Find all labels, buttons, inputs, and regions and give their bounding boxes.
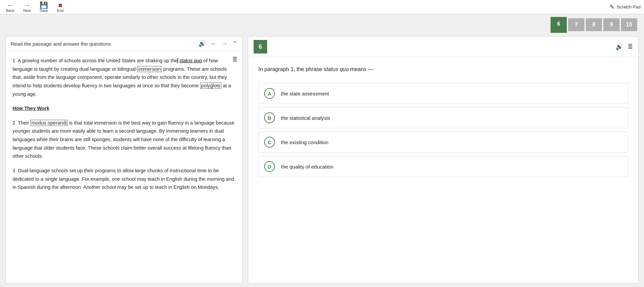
save-icon: 💾 [40,2,48,8]
toolbar-left: ← Back → Next 💾 Save ■ End [3,1,66,13]
passage-body: ≣ 1 A growing number of schools across t… [6,51,242,283]
paragraph-2: 2 Their modus operandi is that total imm… [13,119,235,160]
next-arrow-icon[interactable]: → [221,40,228,47]
q-tab-wrapper-10: 10 [621,18,637,33]
q-tab-indicator-7 [568,31,584,33]
q-tab-wrapper-9: 9 [603,18,620,33]
end-button[interactable]: ■ End [54,1,66,13]
passage-text: 1 A growing number of schools across the… [13,57,235,192]
next-icon: → [24,2,30,8]
q-tab-wrapper-6: 6 [551,17,567,33]
q-tab-10[interactable]: 10 [621,18,637,31]
question-nav: 6 7 8 9 10 [0,14,644,33]
prev-arrow-icon[interactable]: ← [211,40,217,47]
q-tab-8[interactable]: 8 [586,18,602,31]
option-text-d: the quality of education [281,164,333,170]
section-heading-how-they-work: How They Work [13,104,235,113]
passage-menu-icon[interactable]: ≣ [232,54,237,65]
immersion-highlight: immersion [137,66,162,72]
scratch-pad-label: Scratch Pad [617,4,641,9]
toolbar: ← Back → Next 💾 Save ■ End ✎ Scratch Pad [0,0,644,14]
q-tab-wrapper-8: 8 [586,18,602,33]
q-tab-indicator-9 [603,31,620,33]
q-tab-7[interactable]: 7 [568,18,584,31]
modus-operandi-highlight: modus operandi [30,120,68,126]
q-tab-wrapper-7: 7 [568,18,584,33]
option-text-b: the statistical analysis [281,115,330,121]
save-label: Save [40,8,48,13]
status-quo-highlight: status quo [179,58,202,63]
section-heading-label: How They Work [13,104,235,113]
back-button[interactable]: ← Back [3,1,17,13]
scratch-pad-button[interactable]: ✎ Scratch Pad [609,3,641,11]
question-panel: 6 🔊 ≣ In paragraph 1, the phrase status … [248,36,639,284]
question-number-badge: 6 [254,40,267,53]
polyglots-highlight: polyglots [200,83,221,89]
answer-option-a[interactable]: A the state assessment [258,83,628,104]
answer-option-d[interactable]: D the quality of education [258,156,628,177]
q-tab-indicator-8 [586,31,602,33]
q-tab-indicator-6 [551,31,567,33]
end-label: End [57,8,64,13]
passage-header: Read the passage and answer the question… [6,37,242,51]
option-text-c: the existing condition [281,139,328,145]
back-label: Back [6,8,14,13]
option-circle-a: A [264,88,275,99]
pencil-icon: ✎ [609,3,615,11]
main-content: Read the passage and answer the question… [0,33,644,287]
passage-controls: 🔊 ← → ⌃ [198,40,237,47]
answer-option-b[interactable]: B the statistical analysis [258,107,628,128]
back-icon: ← [7,2,14,8]
q-tab-indicator-10 [621,31,637,33]
question-audio-icon[interactable]: 🔊 [616,43,623,50]
question-menu-icon[interactable]: ≣ [628,43,633,50]
paragraph-1: 1 A growing number of schools across the… [13,57,235,98]
next-button[interactable]: → Next [20,1,34,13]
next-label: Next [23,8,31,13]
option-text-a: the state assessment [281,91,329,96]
question-prompt: In paragraph 1, the phrase status quo me… [258,65,628,73]
paragraph-3: 3 Dual-language schools set up their pro… [13,167,235,192]
end-icon: ■ [58,2,62,8]
option-circle-b: B [264,112,275,123]
answer-option-c[interactable]: C the existing condition [258,132,628,153]
save-button[interactable]: 💾 Save [37,1,51,13]
q-tab-9[interactable]: 9 [603,18,620,31]
collapse-icon[interactable]: ⌃ [232,40,237,47]
passage-panel: Read the passage and answer the question… [5,36,242,284]
option-circle-d: D [264,161,275,172]
passage-header-title: Read the passage and answer the question… [10,41,194,47]
option-circle-c: C [264,137,275,148]
question-body: In paragraph 1, the phrase status quo me… [248,57,638,283]
q-tab-6[interactable]: 6 [551,17,567,31]
audio-icon[interactable]: 🔊 [198,40,206,47]
question-header: 6 🔊 ≣ [248,37,638,57]
